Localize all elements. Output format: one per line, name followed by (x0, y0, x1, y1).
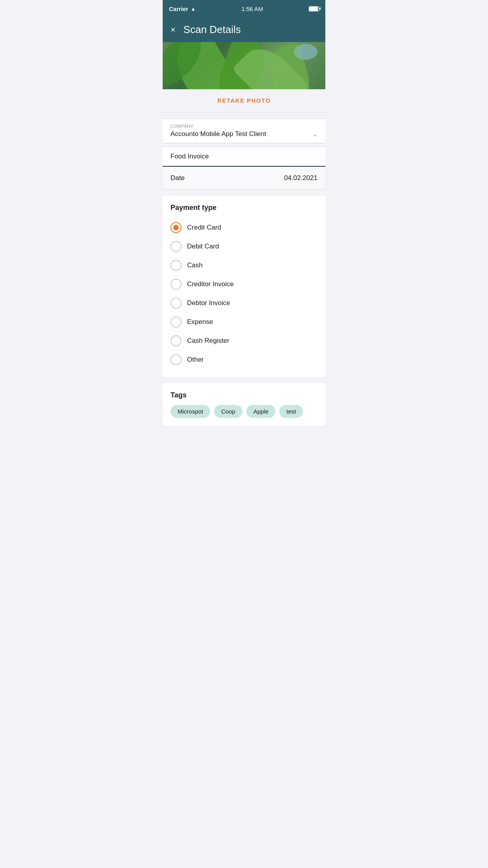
status-time: 1:56 AM (242, 6, 263, 12)
invoice-field (163, 147, 325, 167)
radio-cash-label: Cash (187, 261, 203, 269)
radio-cash-register-label: Cash Register (187, 337, 229, 345)
tags-section: Tags Microspot Coop Apple test (163, 383, 325, 426)
tag-coop[interactable]: Coop (214, 405, 242, 418)
radio-debit-card-label: Debit Card (187, 243, 219, 250)
company-field[interactable]: COMPANY Accounto Mobile App Test Client … (163, 119, 325, 143)
radio-option-cash[interactable]: Cash (171, 256, 317, 275)
radio-cash-outer (171, 260, 182, 271)
radio-expense-label: Expense (187, 318, 213, 326)
photo-placeholder (163, 42, 325, 89)
radio-option-debit-card[interactable]: Debit Card (171, 237, 317, 256)
radio-other-label: Other (187, 356, 204, 364)
radio-other-outer (171, 354, 182, 365)
payment-type-section: Payment type Credit Card Debit Card Cash… (163, 196, 325, 377)
radio-debtor-invoice-outer (171, 298, 182, 309)
radio-expense-outer (171, 316, 182, 327)
invoice-input[interactable] (171, 153, 317, 160)
radio-credit-card-label: Credit Card (187, 224, 221, 232)
carrier-label: Carrier (169, 6, 188, 12)
battery-fill (309, 7, 318, 11)
radio-option-other[interactable]: Other (171, 350, 317, 369)
date-label: Date (171, 174, 185, 182)
battery-icon (309, 6, 319, 11)
retake-section: RETAKE PHOTO (163, 89, 325, 112)
radio-option-debtor-invoice[interactable]: Debtor Invoice (171, 294, 317, 313)
company-value-row: Accounto Mobile App Test Client ⌄ (171, 130, 317, 138)
radio-cash-register-outer (171, 335, 182, 346)
status-right (309, 6, 319, 11)
tags-title: Tags (171, 391, 317, 399)
page-title: Scan Details (183, 24, 241, 36)
company-value: Accounto Mobile App Test Client (171, 130, 266, 138)
close-button[interactable]: × (171, 26, 176, 34)
payment-type-title: Payment type (171, 204, 317, 212)
chevron-down-icon: ⌄ (312, 131, 317, 138)
bottom-padding (163, 426, 325, 438)
radio-debit-card-outer (171, 241, 182, 252)
tag-apple[interactable]: Apple (246, 405, 275, 418)
company-section: COMPANY Accounto Mobile App Test Client … (163, 119, 325, 143)
radio-credit-card-inner (173, 225, 179, 230)
company-label: COMPANY (171, 124, 317, 129)
wifi-icon: ▲ (191, 6, 196, 12)
radio-debtor-invoice-label: Debtor Invoice (187, 299, 230, 307)
radio-option-expense[interactable]: Expense (171, 313, 317, 331)
date-value: 04.02.2021 (284, 174, 317, 182)
radio-creditor-invoice-label: Creditor Invoice (187, 280, 234, 288)
radio-option-creditor-invoice[interactable]: Creditor Invoice (171, 275, 317, 294)
radio-credit-card-outer (171, 222, 182, 233)
status-bar: Carrier ▲ 1:56 AM (163, 0, 325, 17)
radio-creditor-invoice-outer (171, 279, 182, 290)
invoice-section: Date 04.02.2021 (163, 147, 325, 189)
tag-test[interactable]: test (279, 405, 303, 418)
tag-microspot[interactable]: Microspot (171, 405, 210, 418)
radio-option-cash-register[interactable]: Cash Register (171, 331, 317, 350)
tags-container: Microspot Coop Apple test (171, 405, 317, 418)
retake-photo-button[interactable]: RETAKE PHOTO (217, 97, 271, 104)
radio-option-credit-card[interactable]: Credit Card (171, 218, 317, 237)
header: × Scan Details (163, 17, 325, 42)
date-field[interactable]: Date 04.02.2021 (163, 167, 325, 189)
sky-decoration-1 (294, 44, 317, 60)
photo-container (163, 42, 325, 89)
status-left: Carrier ▲ (169, 6, 196, 12)
